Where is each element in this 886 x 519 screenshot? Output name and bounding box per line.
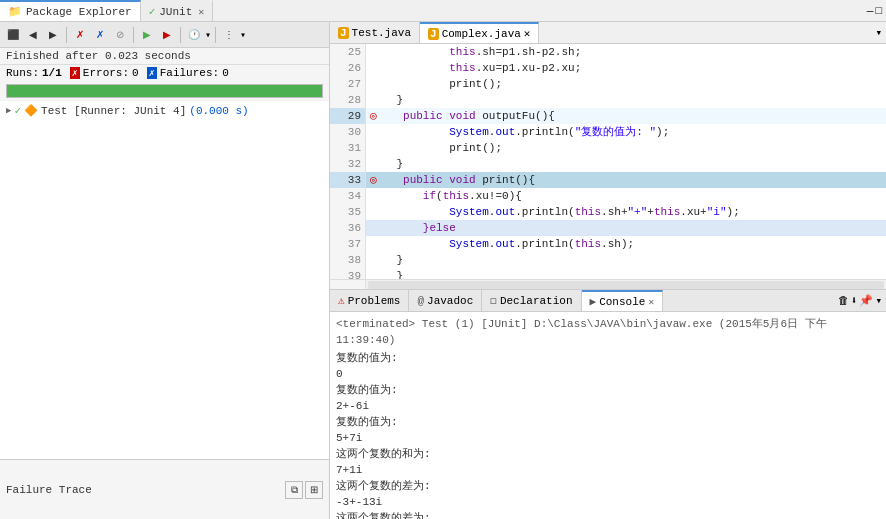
- history-dropdown[interactable]: ▾: [205, 29, 211, 41]
- complex-java-icon: J: [428, 28, 439, 40]
- code-line-30: System.out.println("复数的值为: ");: [366, 124, 886, 140]
- failures-value: 0: [222, 67, 229, 79]
- errors-label: Errors:: [83, 67, 129, 79]
- code-line-35: System.out.println(this.sh+"+"+this.xu+"…: [366, 204, 886, 220]
- test-item-icon: 🔶: [24, 104, 38, 117]
- skip-filter-button[interactable]: ⊘: [111, 26, 129, 44]
- failure-filter-button[interactable]: ✗: [91, 26, 109, 44]
- line-num-36: 36: [330, 220, 365, 236]
- maximize-icon[interactable]: □: [875, 5, 882, 17]
- tab-console-close[interactable]: ✕: [648, 296, 654, 308]
- bottom-tabs: ⚠ Problems @ Javadoc ◻ Declaration ▶: [330, 290, 886, 312]
- progress-container: [6, 84, 323, 98]
- runs-value: 1/1: [42, 67, 62, 79]
- tab-console-label: Console: [599, 296, 645, 308]
- runs-metric: Runs: 1/1: [6, 67, 62, 79]
- rerun-failed-button[interactable]: ▶: [158, 26, 176, 44]
- tab-complex-close[interactable]: ✕: [524, 27, 531, 40]
- failures-metric: ✗ Failures: 0: [147, 67, 229, 79]
- line-num-34: 34: [330, 188, 365, 204]
- code-line-33: ◎ public void print(){: [366, 172, 886, 188]
- line-num-25: 25: [330, 44, 365, 60]
- minimize-icon[interactable]: —: [867, 5, 874, 17]
- failures-label: Failures:: [160, 67, 219, 79]
- error-icon: ✗: [70, 67, 80, 79]
- tab-complex-java[interactable]: J Complex.java ✕: [420, 22, 539, 43]
- test-item-time: (0.000 s): [189, 105, 248, 117]
- console-line-3: 复数的值为:: [336, 382, 880, 398]
- console-line-1: 复数的值为:: [336, 350, 880, 366]
- history-button[interactable]: 🕐: [185, 26, 203, 44]
- tab-problems-label: Problems: [348, 295, 401, 307]
- left-panel: ⬛ ◀ ▶ ✗ ✗ ⊘ ▶ ▶ 🕐 ▾ ⋮ ▾ Finished after 0…: [0, 22, 330, 519]
- tab-test-java-label: Test.java: [352, 27, 411, 39]
- code-line-31: print();: [366, 140, 886, 156]
- line-num-32: 32: [330, 156, 365, 172]
- console-pin-icon[interactable]: 📌: [859, 294, 873, 307]
- code-lines: this.sh=p1.sh-p2.sh; this.xu=p1.xu-p2.xu…: [366, 44, 886, 279]
- failure-copy-button[interactable]: ⧉: [285, 481, 303, 499]
- tab-problems[interactable]: ⚠ Problems: [330, 290, 409, 311]
- error-filter-button[interactable]: ✗: [71, 26, 89, 44]
- tab-package-explorer-label: Package Explorer: [26, 6, 132, 18]
- tab-complex-java-label: Complex.java: [442, 28, 521, 40]
- failure-icon: ✗: [147, 67, 157, 79]
- console-line-10: -3+-13i: [336, 494, 880, 510]
- code-line-28: }: [366, 92, 886, 108]
- editor-scrollbar[interactable]: [330, 279, 886, 289]
- editor-menu-icon[interactable]: ▾: [875, 26, 882, 39]
- tab-junit-label: JUnit: [159, 6, 192, 18]
- right-panel: J Test.java J Complex.java ✕ ▾ 25: [330, 22, 886, 519]
- top-tab-bar: 📁 Package Explorer ✓ JUnit ✕ — □: [0, 0, 886, 22]
- tab-javadoc[interactable]: @ Javadoc: [409, 290, 482, 311]
- line-num-31: 31: [330, 140, 365, 156]
- editor-tabs: J Test.java J Complex.java ✕ ▾: [330, 22, 886, 44]
- progress-fill: [7, 85, 322, 97]
- code-editor[interactable]: 25 26 27 28 29 30 31 32 33 34 35 36 37 3…: [330, 44, 886, 279]
- test-item[interactable]: ▶ ✓ 🔶 Test [Runner: JUnit 4] (0.000 s): [0, 103, 329, 118]
- console-menu-icon[interactable]: ▾: [875, 294, 882, 307]
- console-line-2: 0: [336, 366, 880, 382]
- console-line-4: 2+-6i: [336, 398, 880, 414]
- tab-junit[interactable]: ✓ JUnit ✕: [141, 0, 214, 21]
- junit-icon: ✓: [149, 5, 156, 18]
- tab-test-java[interactable]: J Test.java: [330, 22, 420, 43]
- main-area: ⬛ ◀ ▶ ✗ ✗ ⊘ ▶ ▶ 🕐 ▾ ⋮ ▾ Finished after 0…: [0, 22, 886, 519]
- test-tree[interactable]: ▶ ✓ 🔶 Test [Runner: JUnit 4] (0.000 s): [0, 101, 329, 459]
- tab-junit-close[interactable]: ✕: [198, 6, 204, 18]
- editor-and-bottom: 25 26 27 28 29 30 31 32 33 34 35 36 37 3…: [330, 44, 886, 519]
- expand-icon: ▶: [6, 105, 11, 116]
- line-num-28: 28: [330, 92, 365, 108]
- console-scroll-end-icon[interactable]: ⬇: [851, 294, 858, 307]
- rerun-button[interactable]: ▶: [138, 26, 156, 44]
- test-check-icon: ✓: [14, 104, 21, 117]
- view-menu-button[interactable]: ⋮: [220, 26, 238, 44]
- declaration-icon: ◻: [490, 294, 497, 307]
- code-line-25: this.sh=p1.sh-p2.sh;: [366, 44, 886, 60]
- line-numbers-gutter: 25 26 27 28 29 30 31 32 33 34 35 36 37 3…: [330, 44, 366, 279]
- console-line-6: 5+7i: [336, 430, 880, 446]
- code-line-27: print();: [366, 76, 886, 92]
- console-line-8: 7+1i: [336, 462, 880, 478]
- code-line-36: }else: [366, 220, 886, 236]
- tab-declaration[interactable]: ◻ Declaration: [482, 290, 581, 311]
- console-output[interactable]: <terminated> Test (1) [JUnit] D:\Class\J…: [330, 312, 886, 519]
- collapse-all-button[interactable]: ⬛: [4, 26, 22, 44]
- problems-icon: ⚠: [338, 294, 345, 307]
- bottom-panel: ⚠ Problems @ Javadoc ◻ Declaration ▶: [330, 289, 886, 519]
- forward-button[interactable]: ▶: [44, 26, 62, 44]
- back-button[interactable]: ◀: [24, 26, 42, 44]
- javadoc-icon: @: [417, 295, 424, 307]
- status-text: Finished after 0.023 seconds: [6, 50, 191, 62]
- tab-console[interactable]: ▶ Console ✕: [582, 290, 664, 311]
- view-dropdown[interactable]: ▾: [240, 29, 246, 41]
- failure-filter-btn2[interactable]: ⊞: [305, 481, 323, 499]
- code-line-26: this.xu=p1.xu-p2.xu;: [366, 60, 886, 76]
- line-num-26: 26: [330, 60, 365, 76]
- tab-declaration-label: Declaration: [500, 295, 573, 307]
- status-bar: Finished after 0.023 seconds: [0, 48, 329, 65]
- tab-package-explorer[interactable]: 📁 Package Explorer: [0, 0, 141, 21]
- console-clear-icon[interactable]: 🗑: [838, 294, 849, 307]
- metrics-row: Runs: 1/1 ✗ Errors: 0 ✗ Failures: 0: [0, 65, 329, 81]
- code-line-38: }: [366, 252, 886, 268]
